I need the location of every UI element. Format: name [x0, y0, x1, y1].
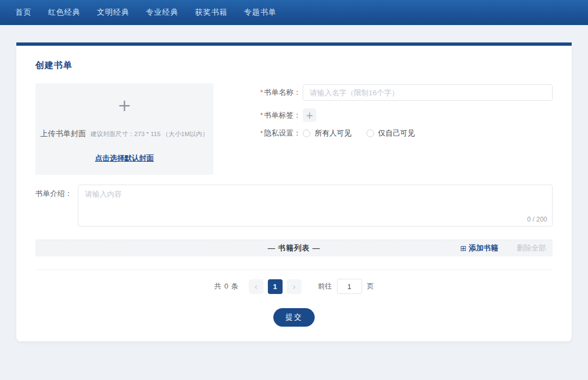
- radio-circle-icon: [303, 130, 310, 137]
- privacy-label: *隐私设置：: [260, 128, 299, 138]
- delete-all-button[interactable]: 删除全部: [517, 243, 546, 253]
- pagination: 共 0 条 ‹ 1 › 前往 页: [35, 279, 553, 294]
- nav-item-home[interactable]: 首页: [15, 8, 32, 17]
- privacy-row: *隐私设置： 所有人可见 仅自己可见: [260, 128, 553, 138]
- upload-caption: 上传书单封面 建议封面尺寸：273 * 115 （大小1M以内）: [40, 129, 209, 139]
- squared-plus-icon: ⊞: [460, 244, 467, 253]
- booklist-name-row: *书单名称：: [260, 84, 553, 101]
- booklist-tags-label: *书单标签：: [260, 111, 299, 120]
- radio-everyone-label: 所有人可见: [315, 128, 352, 138]
- add-tag-button[interactable]: +: [303, 108, 316, 122]
- radio-only-self-visible[interactable]: 仅自己可见: [366, 128, 415, 138]
- submit-row: 提交: [35, 308, 553, 327]
- required-asterisk: *: [260, 88, 263, 96]
- upload-plus-icon: +: [118, 97, 131, 114]
- prev-page-button[interactable]: ‹: [249, 279, 264, 294]
- booklist-name-input[interactable]: [303, 84, 553, 101]
- radio-everyone-visible[interactable]: 所有人可见: [303, 128, 352, 138]
- goto-page-input[interactable]: [337, 279, 362, 294]
- cover-and-fields-row: + 上传书单封面 建议封面尺寸：273 * 115 （大小1M以内） 点击选择默…: [35, 83, 553, 175]
- radio-circle-icon: [366, 130, 374, 137]
- default-cover-link[interactable]: 点击选择默认封面: [95, 154, 154, 163]
- cover-upload-box[interactable]: + 上传书单封面 建议封面尺寸：273 * 115 （大小1M以内） 点击选择默…: [35, 83, 213, 175]
- form-fields-column: *书单名称： *书单标签： +: [260, 83, 553, 175]
- goto-page-group: 前往 页: [318, 279, 374, 294]
- divider: [35, 269, 553, 270]
- top-nav: 首页 红色经典 文明经典 专业经典 获奖书籍 专题书单: [0, 0, 588, 25]
- nav-item-red-classics[interactable]: 红色经典: [48, 8, 81, 17]
- book-list-actions: ⊞ 添加书籍 删除全部: [460, 240, 546, 256]
- add-book-button[interactable]: ⊞ 添加书籍: [460, 243, 498, 253]
- intro-label: 书单介绍：: [35, 185, 78, 226]
- nav-item-award-books[interactable]: 获奖书籍: [195, 8, 228, 17]
- page-suffix-label: 页: [367, 281, 374, 291]
- upload-label: 上传书单封面: [40, 129, 86, 139]
- add-book-label: 添加书籍: [469, 243, 498, 253]
- intro-textarea[interactable]: [78, 185, 553, 226]
- radio-only-self-label: 仅自己可见: [378, 128, 415, 138]
- plus-icon: +: [305, 110, 313, 121]
- nav-item-topic-booklists[interactable]: 专题书单: [244, 8, 277, 17]
- goto-label: 前往: [318, 281, 332, 291]
- nav-item-civilization-classics[interactable]: 文明经典: [97, 8, 130, 17]
- upload-size-hint: 建议封面尺寸：273 * 115 （大小1M以内）: [90, 130, 209, 138]
- required-asterisk: *: [260, 111, 263, 119]
- page-number-button[interactable]: 1: [268, 279, 283, 294]
- submit-button[interactable]: 提交: [273, 308, 315, 327]
- char-counter: 0 / 200: [527, 216, 547, 223]
- nav-item-professional-classics[interactable]: 专业经典: [146, 8, 179, 17]
- create-booklist-card: 创建书单 + 上传书单封面 建议封面尺寸：273 * 115 （大小1M以内） …: [16, 46, 572, 341]
- book-list-bar: — 书籍列表 — ⊞ 添加书籍 删除全部: [35, 240, 553, 256]
- next-page-button[interactable]: ›: [287, 279, 302, 294]
- required-asterisk: *: [260, 129, 263, 137]
- booklist-tags-row: *书单标签： +: [260, 108, 553, 122]
- page-title: 创建书单: [35, 46, 553, 71]
- main-card-wrapper: 创建书单 + 上传书单封面 建议封面尺寸：273 * 115 （大小1M以内） …: [16, 42, 572, 341]
- intro-row: 书单介绍： 0 / 200: [35, 185, 553, 226]
- booklist-name-label: *书单名称：: [260, 88, 299, 97]
- book-list-title: — 书籍列表 —: [268, 243, 321, 253]
- chevron-left-icon: ‹: [254, 281, 258, 292]
- chevron-right-icon: ›: [292, 281, 296, 292]
- total-count: 共 0 条: [214, 281, 238, 291]
